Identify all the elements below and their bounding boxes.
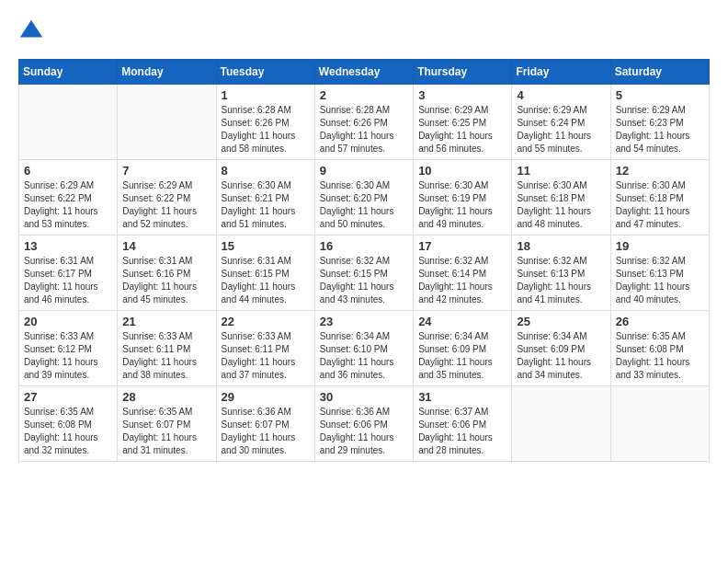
day-info: Sunrise: 6:32 AMSunset: 6:13 PMDaylight:… [616,255,704,306]
calendar-cell: 17Sunrise: 6:32 AMSunset: 6:14 PMDayligh… [414,236,512,311]
day-number: 19 [616,239,704,253]
day-number: 9 [320,164,408,178]
calendar-cell [610,386,709,462]
day-number: 24 [418,315,506,328]
calendar-cell: 10Sunrise: 6:30 AMSunset: 6:19 PMDayligh… [414,160,512,236]
day-info: Sunrise: 6:33 AMSunset: 6:12 PMDaylight:… [24,330,112,382]
day-info: Sunrise: 6:29 AMSunset: 6:22 PMDaylight:… [24,179,112,231]
day-number: 5 [616,88,704,102]
day-number: 25 [517,315,605,328]
svg-marker-0 [20,20,42,38]
weekday-header: Wednesday [314,60,413,85]
day-number: 3 [418,88,506,102]
calendar-cell: 11Sunrise: 6:30 AMSunset: 6:18 PMDayligh… [512,160,610,236]
day-info: Sunrise: 6:31 AMSunset: 6:15 PMDaylight:… [222,255,310,306]
calendar-cell: 30Sunrise: 6:36 AMSunset: 6:06 PMDayligh… [314,386,413,462]
weekday-header: Sunday [19,60,118,85]
day-info: Sunrise: 6:30 AMSunset: 6:21 PMDaylight:… [222,179,310,231]
day-number: 2 [320,88,408,102]
weekday-header: Monday [118,60,216,85]
day-number: 23 [320,315,408,328]
calendar-cell: 5Sunrise: 6:29 AMSunset: 6:23 PMDaylight… [610,85,709,160]
calendar-cell: 19Sunrise: 6:32 AMSunset: 6:13 PMDayligh… [610,236,709,311]
calendar-cell: 21Sunrise: 6:33 AMSunset: 6:11 PMDayligh… [118,311,216,386]
day-info: Sunrise: 6:30 AMSunset: 6:18 PMDaylight:… [517,179,605,231]
calendar-cell: 3Sunrise: 6:29 AMSunset: 6:25 PMDaylight… [414,85,512,160]
day-number: 14 [122,239,210,253]
calendar-week-row: 13Sunrise: 6:31 AMSunset: 6:17 PMDayligh… [19,236,710,311]
calendar-cell: 18Sunrise: 6:32 AMSunset: 6:13 PMDayligh… [512,236,610,311]
weekday-header-row: SundayMondayTuesdayWednesdayThursdayFrid… [19,60,710,85]
day-number: 15 [222,239,310,253]
calendar-cell: 15Sunrise: 6:31 AMSunset: 6:15 PMDayligh… [216,236,314,311]
page-header [18,18,710,44]
calendar-cell: 8Sunrise: 6:30 AMSunset: 6:21 PMDaylight… [216,160,314,236]
day-info: Sunrise: 6:29 AMSunset: 6:25 PMDaylight:… [418,104,506,155]
weekday-header: Friday [512,60,610,85]
day-number: 13 [24,239,112,253]
day-number: 1 [222,88,310,102]
day-number: 6 [24,164,112,178]
day-info: Sunrise: 6:30 AMSunset: 6:19 PMDaylight:… [418,179,506,231]
day-number: 20 [24,315,112,328]
day-number: 18 [517,239,605,253]
day-info: Sunrise: 6:28 AMSunset: 6:26 PMDaylight:… [320,104,408,155]
day-info: Sunrise: 6:37 AMSunset: 6:06 PMDaylight:… [418,406,506,457]
day-info: Sunrise: 6:33 AMSunset: 6:11 PMDaylight:… [222,330,310,382]
calendar-cell: 25Sunrise: 6:34 AMSunset: 6:09 PMDayligh… [512,311,610,386]
day-info: Sunrise: 6:29 AMSunset: 6:24 PMDaylight:… [517,104,605,155]
calendar-cell: 14Sunrise: 6:31 AMSunset: 6:16 PMDayligh… [118,236,216,311]
calendar-cell: 12Sunrise: 6:30 AMSunset: 6:18 PMDayligh… [610,160,709,236]
day-info: Sunrise: 6:34 AMSunset: 6:10 PMDaylight:… [320,330,408,382]
calendar-cell: 2Sunrise: 6:28 AMSunset: 6:26 PMDaylight… [314,85,413,160]
day-number: 26 [616,315,704,328]
day-number: 11 [517,164,605,178]
calendar-cell: 23Sunrise: 6:34 AMSunset: 6:10 PMDayligh… [314,311,413,386]
calendar-cell: 28Sunrise: 6:35 AMSunset: 6:07 PMDayligh… [118,386,216,462]
weekday-header: Saturday [610,60,709,85]
calendar-cell: 6Sunrise: 6:29 AMSunset: 6:22 PMDaylight… [19,160,118,236]
day-number: 27 [24,390,112,404]
calendar-cell [512,386,610,462]
day-number: 31 [418,390,506,404]
day-info: Sunrise: 6:29 AMSunset: 6:23 PMDaylight:… [616,104,704,155]
calendar-cell: 16Sunrise: 6:32 AMSunset: 6:15 PMDayligh… [314,236,413,311]
calendar-cell: 31Sunrise: 6:37 AMSunset: 6:06 PMDayligh… [414,386,512,462]
day-info: Sunrise: 6:33 AMSunset: 6:11 PMDaylight:… [122,330,210,382]
day-number: 8 [222,164,310,178]
day-info: Sunrise: 6:29 AMSunset: 6:22 PMDaylight:… [122,179,210,231]
day-info: Sunrise: 6:32 AMSunset: 6:14 PMDaylight:… [418,255,506,306]
day-info: Sunrise: 6:36 AMSunset: 6:07 PMDaylight:… [222,406,310,457]
day-info: Sunrise: 6:35 AMSunset: 6:08 PMDaylight:… [24,406,112,457]
day-info: Sunrise: 6:35 AMSunset: 6:08 PMDaylight:… [616,330,704,382]
day-number: 28 [122,390,210,404]
day-number: 22 [222,315,310,328]
calendar-cell: 4Sunrise: 6:29 AMSunset: 6:24 PMDaylight… [512,85,610,160]
day-number: 17 [418,239,506,253]
day-info: Sunrise: 6:36 AMSunset: 6:06 PMDaylight:… [320,406,408,457]
calendar-cell: 7Sunrise: 6:29 AMSunset: 6:22 PMDaylight… [118,160,216,236]
logo [18,18,48,44]
calendar-cell: 22Sunrise: 6:33 AMSunset: 6:11 PMDayligh… [216,311,314,386]
weekday-header: Thursday [414,60,512,85]
day-info: Sunrise: 6:32 AMSunset: 6:15 PMDaylight:… [320,255,408,306]
calendar-cell: 24Sunrise: 6:34 AMSunset: 6:09 PMDayligh… [414,311,512,386]
calendar-week-row: 20Sunrise: 6:33 AMSunset: 6:12 PMDayligh… [19,311,710,386]
day-number: 29 [222,390,310,404]
calendar-cell: 29Sunrise: 6:36 AMSunset: 6:07 PMDayligh… [216,386,314,462]
calendar-cell [118,85,216,160]
day-info: Sunrise: 6:28 AMSunset: 6:26 PMDaylight:… [222,104,310,155]
calendar-cell: 1Sunrise: 6:28 AMSunset: 6:26 PMDaylight… [216,85,314,160]
day-number: 4 [517,88,605,102]
day-number: 30 [320,390,408,404]
calendar-week-row: 6Sunrise: 6:29 AMSunset: 6:22 PMDaylight… [19,160,710,236]
day-info: Sunrise: 6:34 AMSunset: 6:09 PMDaylight:… [517,330,605,382]
day-info: Sunrise: 6:30 AMSunset: 6:20 PMDaylight:… [320,179,408,231]
day-info: Sunrise: 6:34 AMSunset: 6:09 PMDaylight:… [418,330,506,382]
calendar-cell: 20Sunrise: 6:33 AMSunset: 6:12 PMDayligh… [19,311,118,386]
day-number: 16 [320,239,408,253]
calendar-cell: 26Sunrise: 6:35 AMSunset: 6:08 PMDayligh… [610,311,709,386]
calendar-week-row: 27Sunrise: 6:35 AMSunset: 6:08 PMDayligh… [19,386,710,462]
day-number: 10 [418,164,506,178]
day-info: Sunrise: 6:31 AMSunset: 6:16 PMDaylight:… [122,255,210,306]
